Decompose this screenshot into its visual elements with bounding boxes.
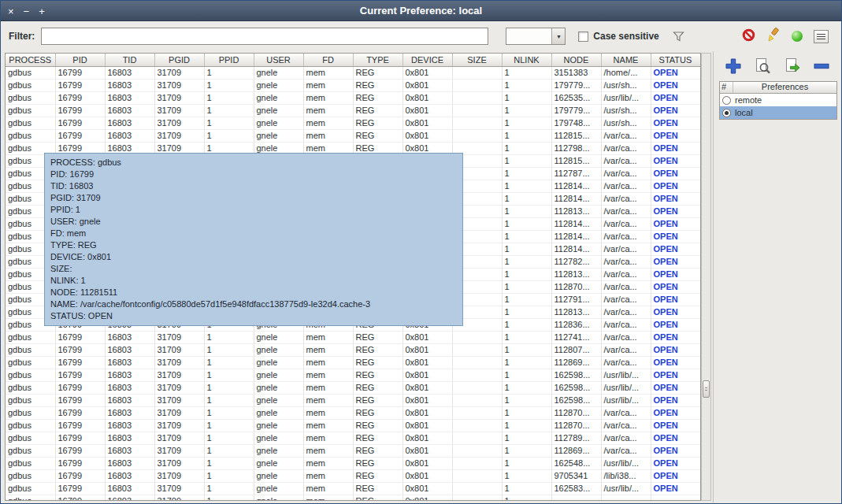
cell-user: gnele	[254, 331, 303, 343]
cell-type: REG	[353, 432, 402, 444]
cell-status: OPEN	[651, 406, 700, 419]
cell-user: gnele	[254, 66, 303, 79]
cell-status	[651, 495, 700, 501]
cell-type: REG	[353, 356, 402, 369]
table-row[interactable]: gdbus1679916803317091gnelememREG0x801111…	[6, 432, 700, 444]
cell-status: OPEN	[651, 268, 700, 280]
table-row[interactable]: gdbus1679916803317091gnelememREG0x801117…	[6, 117, 700, 129]
cell-nlink: 1	[502, 381, 551, 394]
table-row[interactable]: gdbus1679916803317091gnelememREG0x801116…	[6, 91, 700, 104]
close-button[interactable]: ×	[8, 6, 14, 17]
stop-icon[interactable]	[742, 28, 755, 45]
column-header-type[interactable]: TYPE	[353, 54, 402, 66]
column-header-pgid[interactable]: PGID	[154, 54, 204, 66]
list-menu-icon[interactable]	[814, 30, 829, 43]
cell-ppid: 1	[204, 66, 254, 79]
filter-input[interactable]	[41, 28, 488, 45]
tooltip-line: PROCESS: gdbus	[50, 157, 457, 169]
cell-nlink: 1	[502, 293, 551, 306]
column-header-name[interactable]: NAME	[601, 54, 651, 66]
titlebar[interactable]: × − + Current Preference: local	[1, 1, 841, 21]
table-row[interactable]: gdbus1679916803317091gnelememREG0x801111…	[6, 356, 700, 369]
radio-icon[interactable]	[722, 96, 731, 105]
preference-item-local[interactable]: local	[720, 106, 836, 119]
table-row[interactable]: gdbus1679916803317091gnelememREG0x801117…	[6, 79, 700, 91]
column-header-status[interactable]: STATUS	[651, 54, 700, 66]
filter-column-combo[interactable]: ▼	[506, 28, 566, 45]
table-row[interactable]: gdbus1679916803317091gnelememREG0x801116…	[6, 394, 700, 406]
cell-node: 112813...	[551, 205, 601, 217]
cell-pid: 16799	[55, 482, 105, 495]
cell-type: REG	[353, 406, 402, 419]
cell-pid: 16799	[55, 104, 105, 117]
cell-node: 162535...	[551, 91, 601, 104]
clean-brush-icon[interactable]	[766, 28, 781, 45]
cell-name: /usr/lib/...	[601, 394, 651, 406]
cell-pgid: 31709	[154, 394, 204, 406]
cell-tid: 16803	[105, 104, 154, 117]
add-preference-button[interactable]	[722, 56, 744, 76]
column-header-process[interactable]: PROCESS	[6, 54, 55, 66]
column-header-size[interactable]: SIZE	[452, 54, 502, 66]
view-preference-button[interactable]	[751, 56, 773, 76]
table-row[interactable]: gdbus1679916803317091gnelememREG0x801116…	[6, 482, 700, 495]
preference-item-remote[interactable]: remote	[720, 94, 836, 106]
case-sensitive-option[interactable]: Case sensitive	[578, 31, 658, 42]
table-row[interactable]: gdbus1679916803317091gnelememREG0x801117…	[6, 104, 700, 117]
maximize-button[interactable]: +	[39, 6, 45, 17]
cell-name: /var/ca...	[601, 129, 651, 142]
green-status-icon[interactable]	[792, 31, 803, 42]
cell-name: /home/...	[601, 66, 651, 79]
cell-device: 0x801	[402, 381, 452, 394]
chevron-down-icon[interactable]: ▼	[551, 28, 565, 44]
table-row[interactable]: gdbus1679916803317091gnelememREG0x801131…	[6, 66, 700, 79]
minimize-button[interactable]: −	[24, 6, 30, 17]
preferences-list-header: # Preferences	[720, 82, 836, 94]
column-header-ppid[interactable]: PPID	[204, 54, 254, 66]
cell-size	[452, 117, 502, 129]
tooltip-line: TYPE: REG	[50, 239, 457, 251]
cell-status: OPEN	[651, 167, 700, 180]
column-header-tid[interactable]: TID	[105, 54, 154, 66]
cell-pgid: 31709	[154, 444, 204, 457]
table-row[interactable]: gdbus1679916803317091gnelememREG0x801111…	[6, 343, 700, 356]
cell-name	[601, 495, 651, 501]
table-row[interactable]: gdbus1679916803317091gnelememREG0x801111…	[6, 419, 700, 432]
cell-size	[452, 79, 502, 91]
cell-ppid: 1	[204, 432, 254, 444]
column-header-pid[interactable]: PID	[55, 54, 105, 66]
table-row[interactable]: gdbus1679916803317091gnelememREG0x801116…	[6, 457, 700, 469]
column-header-device[interactable]: DEVICE	[402, 54, 452, 66]
table-row[interactable]: gdbus1679916803317091gnelememREG0x801111…	[6, 331, 700, 343]
column-header-nlink[interactable]: NLINK	[502, 54, 551, 66]
cell-name: /var/ca...	[601, 406, 651, 419]
cell-node: 3151383	[551, 66, 601, 79]
table-scrollbar[interactable]	[701, 53, 711, 501]
cell-nlink: 1	[502, 192, 551, 205]
cell-status: OPEN	[651, 79, 700, 91]
column-header-user[interactable]: USER	[254, 54, 303, 66]
cell-name: /usr/lib/...	[601, 369, 651, 381]
radio-icon[interactable]	[722, 109, 731, 117]
table-row[interactable]: gdbus1679916803317091gnelememREG0x801116…	[6, 369, 700, 381]
pane-splitter[interactable]	[713, 51, 714, 503]
table-row[interactable]: gdbus1679916803317091gnelememREG0x801197…	[6, 469, 700, 482]
table-row[interactable]: gdbus1679916803317091gnelememREG0x801111…	[6, 129, 700, 142]
apply-preference-button[interactable]	[781, 56, 803, 76]
cell-node: 112814...	[551, 230, 601, 243]
table-row[interactable]: gdbus1679916803317091gnelememREG0x801116…	[6, 381, 700, 394]
cell-nlink: 1	[502, 419, 551, 432]
remove-preference-button[interactable]	[810, 56, 833, 76]
cell-name: /var/ca...	[601, 192, 651, 205]
preferences-list[interactable]: # Preferences remotelocal	[719, 81, 837, 120]
column-header-fd[interactable]: FD	[303, 54, 353, 66]
table-row[interactable]: gdbus1679916803317091gnelememREG0x8011	[6, 495, 700, 501]
app-window: × − + Current Preference: local Filter: …	[0, 0, 842, 504]
column-header-node[interactable]: NODE	[551, 54, 601, 66]
cell-type: REG	[353, 129, 402, 142]
scrollbar-thumb[interactable]	[703, 380, 710, 398]
case-sensitive-checkbox[interactable]	[578, 32, 588, 42]
table-row[interactable]: gdbus1679916803317091gnelememREG0x801111…	[6, 406, 700, 419]
table-row[interactable]: gdbus1679916803317091gnelememREG0x801111…	[6, 444, 700, 457]
cell-fd: mem	[303, 117, 353, 129]
